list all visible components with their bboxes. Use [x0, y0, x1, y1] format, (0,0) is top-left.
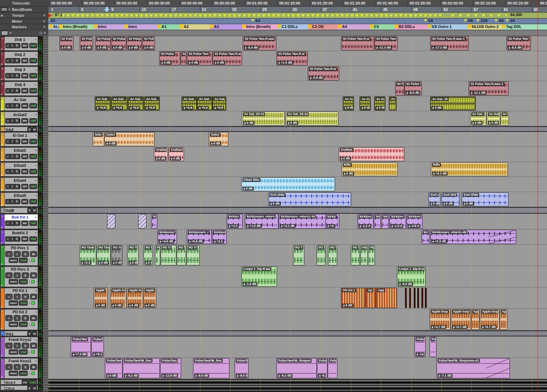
meter-event-triangle[interactable] [495, 19, 498, 22]
automation-mode-button[interactable]: red [29, 88, 37, 93]
tempo-event-triangle[interactable] [380, 14, 383, 17]
clip[interactable]: End s0 dB [428, 192, 440, 206]
clip[interactable]: Arabian0 dB [154, 147, 168, 161]
tempo-event-triangle[interactable] [267, 14, 270, 17]
mute-button[interactable]: M [20, 88, 20, 93]
clip[interactable]: 02 Pulse Two0 dB [187, 51, 212, 65]
clip-gain[interactable]: +2.3 [228, 224, 239, 228]
tempo-event-triangle[interactable] [490, 14, 493, 17]
record-enable-button[interactable]: ● [6, 73, 10, 78]
record-enable-button[interactable]: ● [6, 199, 10, 204]
track-name-row[interactable]: BobKit 2▼ [5, 230, 38, 236]
tempo-event-triangle[interactable] [120, 14, 123, 17]
automation-mode-button[interactable]: red [29, 103, 37, 108]
voice-indicator[interactable] [31, 280, 35, 283]
clip[interactable]: kick&sn-2.2 d [357, 214, 374, 229]
clip-gain[interactable]: 0 dB [442, 202, 454, 206]
clip[interactable]: Solo10 dB [104, 132, 155, 146]
tempo-event-triangle[interactable] [346, 14, 349, 17]
record-enable-button[interactable]: ● [6, 184, 10, 189]
tempo-event-triangle[interactable] [474, 14, 477, 17]
automation-mode-button[interactable]: red [29, 236, 37, 242]
automation-mode-button[interactable]: red [29, 58, 37, 63]
chevron-down-icon[interactable]: ▼ [8, 8, 11, 11]
playlist-arrow-icon[interactable]: ▶ [1, 204, 3, 206]
clip-gain[interactable]: -2.2 d [358, 224, 371, 228]
track-name-row[interactable]: Bob Kit 1▼ [5, 214, 38, 220]
mute-button[interactable]: M [30, 343, 37, 349]
tempo-event-triangle[interactable] [311, 14, 314, 17]
automation-mode-button[interactable]: red [29, 169, 37, 174]
track-name-row[interactable]: ElGat5▼ [5, 193, 38, 198]
playlist-arrow-icon[interactable]: ▶ [1, 173, 3, 176]
voice-indicator[interactable] [31, 372, 35, 375]
clip[interactable]: PulseTwo-12.8 dB [160, 358, 181, 378]
clip-gain[interactable]: 0 dB [429, 202, 439, 206]
clip-gain[interactable]: 0 dB [242, 187, 254, 191]
solo-button[interactable]: S [14, 104, 20, 108]
clip-gain[interactable]: 0 dB [214, 61, 225, 65]
automation-mode-button[interactable]: read [19, 371, 28, 376]
track-lane-pd-perc-2[interactable]: Loops 1_bip.R.wa-1.5 dBLoops 1_bip.R.w-5… [48, 266, 547, 287]
track-view-selector[interactable]: wv [21, 73, 28, 78]
clip[interactable]: PD Tim0 dB [143, 245, 153, 265]
clip[interactable]: PD Timb+2.3 [79, 245, 96, 265]
clip-gain[interactable]: -6.4 dB [244, 46, 259, 50]
tempo-event-triangle[interactable] [404, 14, 407, 17]
automation-mode-button[interactable]: red [29, 154, 37, 159]
meter-event-triangle[interactable] [48, 19, 49, 22]
track-name-row[interactable]: Vrb2SM [5, 127, 38, 131]
tempo-event-triangle[interactable] [287, 14, 290, 17]
tempo-event-triangle[interactable] [71, 14, 74, 17]
timebase-clock-icon[interactable]: ◷ [5, 280, 8, 284]
track-collapse-button[interactable] [1, 208, 3, 211]
clip-gain[interactable]: 0 dB [269, 202, 281, 206]
clip-gain[interactable]: +2.3 [80, 261, 91, 265]
record-enable-button[interactable]: ● [6, 104, 10, 108]
tempo-event-triangle[interactable] [145, 14, 148, 17]
clip[interactable]: Clean 5ths0 dB [241, 177, 335, 191]
clip[interactable]: 02 Pulse0 dB [127, 36, 142, 50]
input-monitor-button[interactable]: I [14, 343, 21, 349]
track-collapse-button[interactable] [1, 98, 3, 100]
clip-gain[interactable]: +2.3 [213, 240, 224, 243]
voice-indicator[interactable] [31, 323, 35, 326]
track-lane-vrb1[interactable] [48, 330, 547, 336]
timecode-ruler[interactable]: 00:00:00:0000:00:10:0000:00:20:0000:00:3… [48, 0, 547, 7]
ruler-label-row-bars[interactable]: ▼ Bars|Beats [0, 7, 48, 13]
track-name[interactable]: ElGat4 [5, 178, 35, 183]
clip-gain[interactable]: -0.8 dB [309, 76, 324, 80]
track-name-row[interactable]: DdjBSM [5, 208, 38, 213]
input-monitor-button[interactable]: I [10, 154, 15, 159]
automation-mode-button[interactable]: red [29, 139, 37, 144]
track-view-selector[interactable]: wave [9, 258, 19, 263]
record-enable-button[interactable]: ● [6, 119, 10, 123]
track-name[interactable]: Bob Kit 1 [5, 215, 35, 219]
tempo-event-triangle[interactable] [66, 14, 70, 17]
track-zoom-strip[interactable] [43, 36, 48, 391]
clip[interactable] [425, 288, 427, 308]
clip[interactable]: Riffs+3.1 dB [431, 162, 508, 176]
clip[interactable]: Arabian0 dB [339, 147, 404, 161]
clip[interactable]: 02 Pulse Two.R.wav-6.4 dB [243, 36, 276, 50]
clip[interactable]: Apple lo0 dB [110, 288, 126, 308]
clip[interactable]: kic [374, 214, 381, 229]
input-monitor-button[interactable]: I [10, 88, 15, 93]
meter-event-triangle[interactable] [476, 19, 479, 22]
clip[interactable]: PD T [293, 245, 304, 265]
solo-button[interactable]: S [22, 315, 29, 321]
clip[interactable]: PulseT+9.1 [91, 337, 104, 357]
clip-gain[interactable]: 0 dB [96, 46, 108, 50]
clip[interactable]: Ac Gat_+5.6 [182, 97, 197, 111]
tempo-event-triangle[interactable] [189, 14, 192, 17]
clip-gain[interactable]: 0 dB [61, 46, 72, 50]
clip[interactable] [409, 288, 411, 308]
tempo-event-triangle[interactable] [282, 14, 285, 17]
tempo-event-triangle[interactable] [451, 14, 454, 17]
track-lane-elgat2[interactable]: Arabian0 dBArabian0 dBArabian0 dB [48, 147, 547, 162]
timebase-clock-icon[interactable]: ◷ [5, 372, 8, 375]
tempo-event-triangle[interactable] [199, 14, 202, 17]
clip-gain[interactable]: 0 dB [431, 106, 443, 110]
tempo-event-triangle[interactable] [169, 14, 172, 17]
track-lane-pd-kit-1[interactable]: Apple0 dBApple lo0 dBApple lo0 dBApple0 … [48, 287, 547, 309]
